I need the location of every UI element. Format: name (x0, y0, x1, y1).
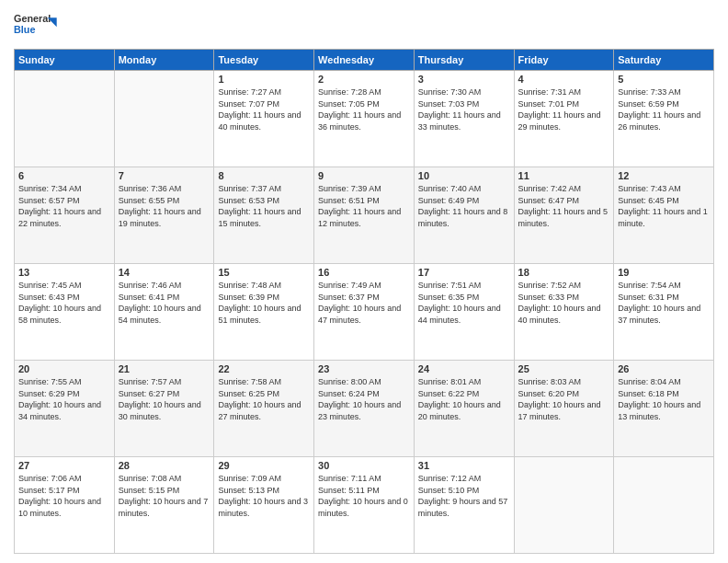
day-info: Sunrise: 8:04 AMSunset: 6:18 PMDaylight:… (618, 376, 710, 422)
svg-text:General: General (14, 13, 51, 24)
day-number: 6 (18, 170, 110, 181)
day-info: Sunrise: 7:09 AMSunset: 5:13 PMDaylight:… (218, 473, 310, 519)
day-cell: 8Sunrise: 7:37 AMSunset: 6:53 PMDaylight… (214, 167, 314, 264)
day-cell (15, 71, 115, 167)
day-cell: 13Sunrise: 7:45 AMSunset: 6:43 PMDayligh… (15, 264, 115, 361)
week-row-5: 27Sunrise: 7:06 AMSunset: 5:17 PMDayligh… (15, 457, 714, 554)
day-info: Sunrise: 8:00 AMSunset: 6:24 PMDaylight:… (318, 376, 410, 422)
day-cell: 1Sunrise: 7:27 AMSunset: 7:07 PMDaylight… (214, 71, 314, 167)
day-number: 27 (18, 460, 110, 471)
day-cell: 7Sunrise: 7:36 AMSunset: 6:55 PMDaylight… (114, 167, 214, 264)
day-number: 31 (418, 460, 510, 471)
day-cell: 11Sunrise: 7:42 AMSunset: 6:47 PMDayligh… (514, 167, 614, 264)
day-number: 11 (518, 170, 610, 181)
day-info: Sunrise: 7:48 AMSunset: 6:39 PMDaylight:… (218, 280, 310, 326)
day-info: Sunrise: 7:12 AMSunset: 5:10 PMDaylight:… (418, 473, 510, 519)
day-cell (514, 457, 614, 554)
day-cell: 18Sunrise: 7:52 AMSunset: 6:33 PMDayligh… (514, 264, 614, 361)
weekday-header-monday: Monday (114, 50, 214, 71)
day-cell (614, 457, 714, 554)
day-cell: 25Sunrise: 8:03 AMSunset: 6:20 PMDayligh… (514, 361, 614, 457)
day-info: Sunrise: 7:30 AMSunset: 7:03 PMDaylight:… (418, 86, 510, 132)
day-number: 21 (119, 363, 210, 374)
day-cell: 4Sunrise: 7:31 AMSunset: 7:01 PMDaylight… (514, 71, 614, 167)
day-cell: 9Sunrise: 7:39 AMSunset: 6:51 PMDaylight… (314, 167, 415, 264)
day-number: 4 (518, 74, 610, 85)
day-number: 28 (119, 460, 210, 471)
day-info: Sunrise: 7:57 AMSunset: 6:27 PMDaylight:… (119, 376, 210, 422)
day-cell: 20Sunrise: 7:55 AMSunset: 6:29 PMDayligh… (15, 361, 115, 457)
day-info: Sunrise: 8:01 AMSunset: 6:22 PMDaylight:… (418, 376, 510, 422)
day-cell: 3Sunrise: 7:30 AMSunset: 7:03 PMDaylight… (414, 71, 514, 167)
day-cell: 5Sunrise: 7:33 AMSunset: 6:59 PMDaylight… (614, 71, 714, 167)
header: General Blue (14, 9, 714, 41)
week-row-2: 6Sunrise: 7:34 AMSunset: 6:57 PMDaylight… (15, 167, 714, 264)
week-row-1: 1Sunrise: 7:27 AMSunset: 7:07 PMDaylight… (15, 71, 714, 167)
day-number: 19 (618, 267, 710, 278)
day-cell: 19Sunrise: 7:54 AMSunset: 6:31 PMDayligh… (614, 264, 714, 361)
day-cell: 28Sunrise: 7:08 AMSunset: 5:15 PMDayligh… (114, 457, 214, 554)
logo: General Blue (14, 9, 60, 41)
day-info: Sunrise: 7:43 AMSunset: 6:45 PMDaylight:… (618, 183, 710, 229)
day-number: 16 (318, 267, 410, 278)
day-number: 30 (318, 460, 410, 471)
weekday-header-tuesday: Tuesday (214, 50, 314, 71)
weekday-header-wednesday: Wednesday (314, 50, 415, 71)
day-info: Sunrise: 7:08 AMSunset: 5:15 PMDaylight:… (119, 473, 210, 519)
day-info: Sunrise: 7:28 AMSunset: 7:05 PMDaylight:… (318, 86, 410, 132)
svg-text:Blue: Blue (14, 24, 35, 35)
day-number: 2 (318, 74, 410, 85)
day-number: 10 (418, 170, 510, 181)
day-number: 23 (318, 363, 410, 374)
day-cell: 27Sunrise: 7:06 AMSunset: 5:17 PMDayligh… (15, 457, 115, 554)
day-cell: 2Sunrise: 7:28 AMSunset: 7:05 PMDaylight… (314, 71, 415, 167)
day-info: Sunrise: 7:55 AMSunset: 6:29 PMDaylight:… (18, 376, 110, 422)
day-info: Sunrise: 7:42 AMSunset: 6:47 PMDaylight:… (518, 183, 610, 229)
day-number: 18 (518, 267, 610, 278)
calendar-table: SundayMondayTuesdayWednesdayThursdayFrid… (14, 49, 714, 554)
day-cell: 24Sunrise: 8:01 AMSunset: 6:22 PMDayligh… (414, 361, 514, 457)
day-cell: 15Sunrise: 7:48 AMSunset: 6:39 PMDayligh… (214, 264, 314, 361)
day-number: 3 (418, 74, 510, 85)
weekday-header-saturday: Saturday (614, 50, 714, 71)
day-cell: 22Sunrise: 7:58 AMSunset: 6:25 PMDayligh… (214, 361, 314, 457)
day-info: Sunrise: 7:34 AMSunset: 6:57 PMDaylight:… (18, 183, 110, 229)
day-number: 14 (119, 267, 210, 278)
day-number: 8 (218, 170, 310, 181)
day-info: Sunrise: 7:49 AMSunset: 6:37 PMDaylight:… (318, 280, 410, 326)
day-info: Sunrise: 7:36 AMSunset: 6:55 PMDaylight:… (119, 183, 210, 229)
day-number: 22 (218, 363, 310, 374)
day-cell: 31Sunrise: 7:12 AMSunset: 5:10 PMDayligh… (414, 457, 514, 554)
day-info: Sunrise: 7:40 AMSunset: 6:49 PMDaylight:… (418, 183, 510, 229)
day-cell: 17Sunrise: 7:51 AMSunset: 6:35 PMDayligh… (414, 264, 514, 361)
day-cell: 29Sunrise: 7:09 AMSunset: 5:13 PMDayligh… (214, 457, 314, 554)
day-cell: 14Sunrise: 7:46 AMSunset: 6:41 PMDayligh… (114, 264, 214, 361)
weekday-header-row: SundayMondayTuesdayWednesdayThursdayFrid… (15, 50, 714, 71)
week-row-3: 13Sunrise: 7:45 AMSunset: 6:43 PMDayligh… (15, 264, 714, 361)
day-info: Sunrise: 7:45 AMSunset: 6:43 PMDaylight:… (18, 280, 110, 326)
day-cell: 26Sunrise: 8:04 AMSunset: 6:18 PMDayligh… (614, 361, 714, 457)
day-info: Sunrise: 7:11 AMSunset: 5:11 PMDaylight:… (318, 473, 410, 519)
day-number: 20 (18, 363, 110, 374)
day-info: Sunrise: 7:27 AMSunset: 7:07 PMDaylight:… (218, 86, 310, 132)
day-info: Sunrise: 7:06 AMSunset: 5:17 PMDaylight:… (18, 473, 110, 519)
day-cell: 12Sunrise: 7:43 AMSunset: 6:45 PMDayligh… (614, 167, 714, 264)
day-info: Sunrise: 7:33 AMSunset: 6:59 PMDaylight:… (618, 86, 710, 132)
day-cell: 10Sunrise: 7:40 AMSunset: 6:49 PMDayligh… (414, 167, 514, 264)
day-info: Sunrise: 7:51 AMSunset: 6:35 PMDaylight:… (418, 280, 510, 326)
day-cell: 30Sunrise: 7:11 AMSunset: 5:11 PMDayligh… (314, 457, 415, 554)
page: General Blue SundayMondayTuesdayWednesda… (0, 0, 728, 563)
day-cell: 6Sunrise: 7:34 AMSunset: 6:57 PMDaylight… (15, 167, 115, 264)
logo-icon: General Blue (14, 9, 60, 41)
day-number: 5 (618, 74, 710, 85)
day-cell: 16Sunrise: 7:49 AMSunset: 6:37 PMDayligh… (314, 264, 415, 361)
day-number: 12 (618, 170, 710, 181)
day-info: Sunrise: 7:31 AMSunset: 7:01 PMDaylight:… (518, 86, 610, 132)
day-cell: 21Sunrise: 7:57 AMSunset: 6:27 PMDayligh… (114, 361, 214, 457)
day-number: 29 (218, 460, 310, 471)
week-row-4: 20Sunrise: 7:55 AMSunset: 6:29 PMDayligh… (15, 361, 714, 457)
day-number: 17 (418, 267, 510, 278)
day-info: Sunrise: 7:54 AMSunset: 6:31 PMDaylight:… (618, 280, 710, 326)
weekday-header-sunday: Sunday (15, 50, 115, 71)
day-number: 26 (618, 363, 710, 374)
